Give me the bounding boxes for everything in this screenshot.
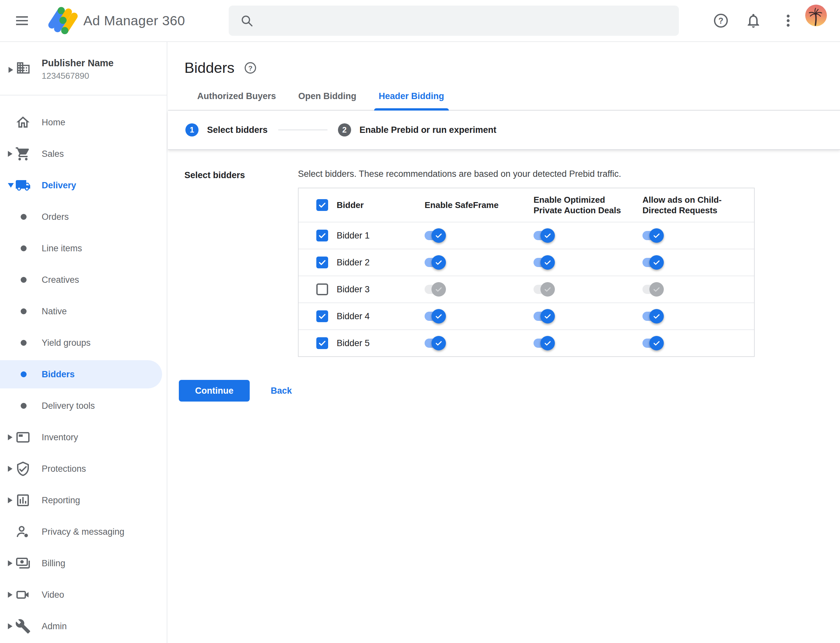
videocam-icon: [15, 587, 31, 603]
menu-icon[interactable]: [14, 13, 30, 29]
notifications-icon[interactable]: [745, 0, 762, 41]
sidebar-item-yield-groups[interactable]: Yield groups: [0, 327, 167, 359]
row-checkbox[interactable]: [316, 310, 328, 322]
step-2-circle: 2: [338, 123, 351, 137]
tab-authorized-buyers[interactable]: Authorized Buyers: [193, 91, 281, 110]
sidebar-item-reporting[interactable]: Reporting: [0, 485, 167, 516]
expand-icon: [8, 592, 13, 598]
step-1-label: Select bidders: [207, 125, 268, 135]
home-icon: [15, 114, 31, 130]
shield-check-icon: [15, 461, 31, 477]
bullet-icon: [21, 371, 26, 377]
row-checkbox[interactable]: [316, 230, 328, 242]
table-row: Bidder 3: [299, 276, 754, 303]
optimized-toggle[interactable]: [534, 308, 555, 324]
sidebar-item-bidders[interactable]: Bidders: [0, 360, 162, 388]
sidebar-item-protections[interactable]: Protections: [0, 453, 167, 485]
sidebar-item-creatives[interactable]: Creatives: [0, 264, 167, 295]
table-header-row: Bidder Enable SafeFrame Enable Optimized…: [299, 188, 754, 222]
sidebar-item-delivery[interactable]: Delivery: [0, 170, 167, 201]
bullet-icon: [21, 214, 26, 220]
publisher-id: 1234567890: [42, 71, 89, 81]
bidder-name: Bidder 1: [337, 231, 370, 241]
building-icon: [16, 60, 31, 77]
sidebar: Publisher Name 1234567890 Home Sales: [0, 42, 167, 643]
child-directed-toggle[interactable]: [642, 335, 664, 351]
page-help-icon[interactable]: ?: [244, 61, 257, 75]
child-directed-toggle[interactable]: [642, 255, 664, 270]
bullet-icon: [21, 340, 26, 346]
payments-icon: [15, 555, 31, 571]
optimized-toggle[interactable]: [534, 335, 555, 351]
sidebar-item-home[interactable]: Home: [0, 107, 167, 138]
step-connector: [278, 130, 327, 130]
section-description: Select bidders. These recommendations ar…: [298, 169, 840, 179]
search-input[interactable]: [261, 15, 679, 26]
table-row: Bidder 5: [299, 330, 754, 356]
table-row: Bidder 4: [299, 303, 754, 330]
sidebar-item-privacy-messaging[interactable]: Privacy & messaging: [0, 516, 167, 548]
row-checkbox[interactable]: [316, 337, 328, 349]
sidebar-item-delivery-tools[interactable]: Delivery tools: [0, 390, 167, 421]
avatar[interactable]: [805, 5, 827, 26]
section-label: Select bidders: [185, 169, 298, 357]
expand-icon: [8, 497, 13, 503]
page-title: Bidders: [185, 59, 235, 77]
sidebar-item-orders[interactable]: Orders: [0, 201, 167, 233]
optimized-toggle[interactable]: [534, 228, 555, 243]
svg-text:?: ?: [718, 16, 723, 25]
sidebar-item-inventory[interactable]: Inventory: [0, 421, 167, 453]
sidebar-item-native[interactable]: Native: [0, 295, 167, 327]
collapse-icon: [8, 183, 14, 188]
child-directed-toggle[interactable]: [642, 308, 664, 324]
row-checkbox[interactable]: [316, 284, 328, 295]
sidebar-item-line-items[interactable]: Line items: [0, 233, 167, 264]
tab-bar: Authorized Buyers Open Bidding Header Bi…: [168, 91, 840, 111]
col-header-optimized: Enable Optimized Private Auction Deals: [534, 194, 629, 216]
help-icon[interactable]: ?: [713, 0, 729, 41]
tab-header-bidding[interactable]: Header Bidding: [374, 91, 449, 110]
step-2-label: Enable Prebid or run experiment: [360, 125, 497, 135]
stepper: 1 Select bidders 2 Enable Prebid or run …: [168, 111, 840, 150]
main-content: Bidders ? Authorized Buyers Open Bidding…: [168, 42, 840, 643]
safeframe-toggle[interactable]: [425, 255, 446, 270]
expand-icon: [8, 466, 13, 472]
table-row: Bidder 2: [299, 249, 754, 276]
more-options-icon[interactable]: [780, 0, 796, 41]
optimized-toggle[interactable]: [534, 255, 555, 270]
back-button[interactable]: Back: [266, 386, 297, 396]
col-header-bidder: Bidder: [337, 200, 364, 211]
sidebar-nav: Home Sales Delivery Orders: [0, 95, 167, 642]
safeframe-toggle[interactable]: [425, 228, 446, 243]
col-header-safeframe: Enable SafeFrame: [425, 200, 498, 211]
sidebar-item-sales[interactable]: Sales: [0, 138, 167, 170]
expand-publisher-icon[interactable]: [8, 67, 13, 73]
safeframe-toggle[interactable]: [425, 335, 446, 351]
safeframe-toggle[interactable]: [425, 281, 446, 297]
select-all-checkbox[interactable]: [316, 199, 328, 211]
sidebar-item-video[interactable]: Video: [0, 579, 167, 610]
row-checkbox[interactable]: [316, 256, 328, 268]
wrench-icon: [15, 619, 31, 634]
top-app-bar: Ad Manager 360 ?: [0, 0, 840, 42]
svg-text:?: ?: [248, 64, 252, 72]
child-directed-toggle[interactable]: [642, 281, 664, 297]
expand-icon: [8, 434, 13, 440]
publisher-selector[interactable]: Publisher Name 1234567890: [0, 42, 167, 95]
safeframe-toggle[interactable]: [425, 308, 446, 324]
sidebar-item-billing[interactable]: Billing: [0, 548, 167, 579]
bullet-icon: [21, 245, 26, 251]
search-bar[interactable]: [229, 6, 679, 36]
tab-open-bidding[interactable]: Open Bidding: [294, 91, 361, 110]
child-directed-toggle[interactable]: [642, 228, 664, 243]
sidebar-item-admin[interactable]: Admin: [0, 610, 167, 642]
bullet-icon: [21, 277, 26, 283]
truck-icon: [15, 178, 31, 193]
optimized-toggle[interactable]: [534, 281, 555, 297]
cart-icon: [15, 146, 31, 162]
continue-button[interactable]: Continue: [179, 380, 250, 401]
table-row: Bidder 1: [299, 222, 754, 249]
bidders-table: Bidder Enable SafeFrame Enable Optimized…: [298, 188, 755, 357]
bidder-name: Bidder 3: [337, 284, 370, 295]
publisher-name: Publisher Name: [42, 58, 114, 69]
